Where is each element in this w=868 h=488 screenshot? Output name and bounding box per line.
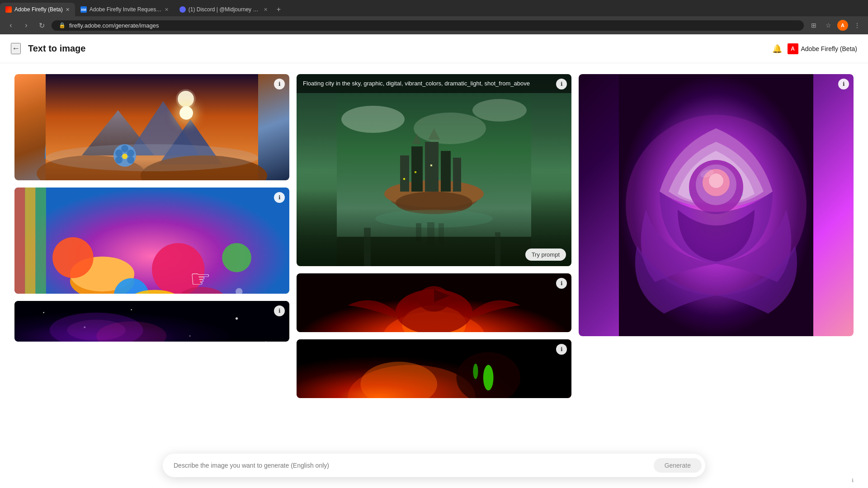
tab-1-close[interactable]: ✕ <box>66 7 70 13</box>
mountains-svg <box>14 74 289 180</box>
image-grid: ℹ <box>14 74 854 398</box>
svg-point-37 <box>236 317 238 319</box>
svg-point-76 <box>483 365 494 391</box>
svg-point-77 <box>473 364 478 379</box>
col-right: ℹ <box>579 74 854 398</box>
info-button-city[interactable]: ℹ <box>556 79 567 89</box>
address-bar: ‹ › ↻ 🔒 firefly.adobe.com/generate/image… <box>0 16 868 34</box>
svg-point-23 <box>52 237 94 278</box>
page-title: Text to image <box>28 43 85 54</box>
image-card-space[interactable]: ℹ <box>14 301 289 342</box>
profile-avatar[interactable]: A <box>837 20 848 31</box>
tab-bar: Adobe Firefly (Beta) ✕ XM Adobe Firefly … <box>0 0 868 16</box>
svg-rect-57 <box>415 171 416 173</box>
tab-2-label: Adobe Firefly Invite Request For... <box>90 6 162 13</box>
generate-button[interactable]: Generate <box>654 458 702 473</box>
col-left: ℹ <box>14 74 289 398</box>
tab-2-close[interactable]: ✕ <box>165 7 169 13</box>
try-prompt-button[interactable]: Try prompt <box>525 249 566 261</box>
prompt-text-city: Floating city in the sky, graphic, digit… <box>303 80 530 87</box>
info-button-rose[interactable]: ℹ <box>838 79 849 89</box>
tab-favicon-xm: XM <box>80 6 87 13</box>
browser-chrome: Adobe Firefly (Beta) ✕ XM Adobe Firefly … <box>0 0 868 34</box>
adobe-logo-text: Adobe Firefly (Beta) <box>801 45 858 52</box>
image-card-colorful[interactable]: ☞ ℹ <box>14 188 289 294</box>
svg-point-44 <box>472 99 527 122</box>
header-right: 🔔 A Adobe Firefly (Beta) <box>772 43 858 54</box>
generate-input[interactable] <box>174 462 654 469</box>
svg-rect-50 <box>411 146 423 192</box>
colorful-svg: ☞ <box>14 188 289 294</box>
tab-3-close[interactable]: ✕ <box>264 7 268 13</box>
app-container: ← Text to image 🔔 A Adobe Firefly (Beta) <box>0 34 868 488</box>
tab-3[interactable]: (1) Discord | @Midjourney Bot ✕ <box>174 3 273 16</box>
col-center: ℹ Floating city in the sky, graphic, dig… <box>297 74 571 398</box>
new-tab-button[interactable]: + <box>273 3 284 16</box>
forward-nav-button[interactable]: › <box>21 21 32 29</box>
back-nav-button[interactable]: ‹ <box>5 21 16 29</box>
generate-bar-info: ℹ <box>852 478 854 483</box>
image-mountains <box>14 74 289 180</box>
app-header: ← Text to image 🔔 A Adobe Firefly (Beta) <box>0 34 868 63</box>
svg-point-15 <box>46 144 258 171</box>
tab-favicon-discord <box>179 6 186 13</box>
image-card-fire[interactable]: ℹ <box>297 273 571 332</box>
floating-city-svg <box>297 74 571 266</box>
image-colorful: ☞ <box>14 188 289 294</box>
svg-text:☞: ☞ <box>190 266 211 292</box>
svg-rect-52 <box>441 151 451 192</box>
fire2-svg <box>297 339 571 398</box>
image-rose <box>579 74 854 336</box>
svg-rect-53 <box>453 158 461 192</box>
image-card-fire2[interactable]: ℹ <box>297 339 571 398</box>
image-floating-city <box>297 74 571 266</box>
svg-point-7 <box>176 89 196 109</box>
svg-point-22 <box>222 243 251 272</box>
info-button-fire[interactable]: ℹ <box>556 278 567 289</box>
space-svg <box>14 301 289 342</box>
menu-btn[interactable]: ⋮ <box>852 22 863 29</box>
tab-1[interactable]: Adobe Firefly (Beta) ✕ <box>0 3 75 16</box>
bookmark-btn[interactable]: ☆ <box>823 22 834 29</box>
svg-rect-51 <box>425 142 439 192</box>
browser-actions: ⊞ ☆ A ⋮ <box>808 20 863 31</box>
notification-button[interactable]: 🔔 <box>772 44 782 54</box>
svg-rect-27 <box>25 188 35 294</box>
image-fire <box>297 273 571 332</box>
tab-1-label: Adobe Firefly (Beta) <box>14 6 63 13</box>
lock-icon: 🔒 <box>59 22 66 28</box>
image-space <box>14 301 289 342</box>
svg-point-45 <box>414 113 486 144</box>
svg-point-43 <box>341 106 405 133</box>
adobe-logo: A Adobe Firefly (Beta) <box>788 43 858 54</box>
image-card-floating-city[interactable]: ℹ Floating city in the sky, graphic, dig… <box>297 74 571 266</box>
tab-3-label: (1) Discord | @Midjourney Bot <box>189 6 261 13</box>
svg-point-33 <box>43 312 44 314</box>
info-button-colorful[interactable]: ℹ <box>274 192 285 203</box>
svg-point-83 <box>709 174 723 188</box>
fire-svg <box>297 273 571 332</box>
reload-button[interactable]: ↻ <box>36 21 47 30</box>
svg-rect-64 <box>364 228 371 266</box>
svg-rect-65 <box>495 232 500 266</box>
image-card-mountains[interactable]: ℹ <box>14 74 289 180</box>
svg-point-36 <box>189 335 191 337</box>
adobe-logo-icon: A <box>788 43 798 54</box>
svg-rect-28 <box>36 188 46 294</box>
prompt-overlay-city: Floating city in the sky, graphic, digit… <box>297 74 571 93</box>
rose-svg <box>579 74 854 336</box>
svg-rect-16 <box>14 188 289 294</box>
svg-point-35 <box>131 309 132 310</box>
tab-2[interactable]: XM Adobe Firefly Invite Request For... ✕ <box>75 3 174 16</box>
info-button-mountains[interactable]: ℹ <box>274 79 285 89</box>
info-icon: ℹ <box>852 478 854 483</box>
image-fire2 <box>297 339 571 398</box>
url-bar[interactable]: 🔒 firefly.adobe.com/generate/images <box>52 20 804 31</box>
image-card-rose[interactable]: ℹ <box>579 74 854 336</box>
main-content: ℹ <box>0 63 868 409</box>
back-button[interactable]: ← <box>11 43 21 54</box>
info-button-fire2[interactable]: ℹ <box>556 344 567 355</box>
extensions-btn[interactable]: ⊞ <box>808 22 819 29</box>
svg-rect-49 <box>400 155 409 192</box>
info-button-space[interactable]: ℹ <box>274 305 285 316</box>
